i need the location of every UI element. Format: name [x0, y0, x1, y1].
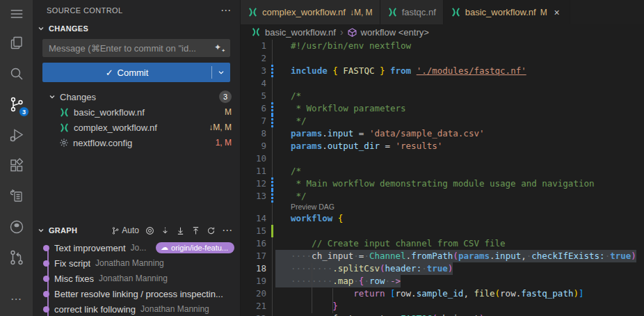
code-line-21[interactable]: 21 }	[241, 300, 644, 313]
code-line-1[interactable]: 1#!/usr/bin/env nextflow	[241, 40, 644, 52]
github-button[interactable]	[0, 212, 33, 242]
target-icon[interactable]	[145, 226, 154, 235]
commit-author: Jonathan Manning	[140, 304, 209, 314]
indent-guide	[312, 263, 312, 313]
code-line-16[interactable]: 16 // Create input channel from CSV file	[241, 237, 644, 250]
commit-row[interactable]: Text improvementJo...☁origin/ide-featu..…	[33, 240, 240, 255]
code-line-19[interactable]: 19········.map·{·row·->	[241, 275, 644, 287]
commit-message-input[interactable]	[42, 39, 230, 57]
extensions-button[interactable]	[0, 150, 33, 181]
pull-icon[interactable]	[176, 226, 185, 235]
line-content: params.output_dir = 'results'	[291, 140, 442, 152]
file-name: basic_workflow.nf	[74, 107, 220, 118]
line-number: 4	[241, 77, 272, 90]
commit-message: correct link following	[54, 304, 136, 315]
close-icon[interactable]: ×	[552, 7, 563, 18]
files-icon	[8, 35, 25, 52]
graph-more-button[interactable]: ⋯	[222, 224, 233, 237]
breadcrumb-symbol[interactable]: workflow <entry>	[361, 27, 429, 38]
code-line-9[interactable]: 9params.output_dir = 'results'	[241, 140, 644, 152]
generate-commit-message-icon[interactable]: ✦✦	[214, 42, 225, 54]
breadcrumb-separator: ›	[340, 26, 344, 38]
codelens-preview-dag[interactable]: Preview DAG	[241, 203, 644, 212]
breadcrumb-file[interactable]: basic_workflow.nf	[265, 27, 336, 38]
branch-ref-pill[interactable]: ☁origin/ide-featu...	[156, 242, 234, 253]
gutter-modified-marker	[271, 102, 273, 115]
file-status-badge: M	[225, 107, 232, 117]
activity-overflow-button[interactable]: ⋯	[10, 292, 22, 316]
commit-button[interactable]: ✓Commit	[42, 63, 230, 82]
file-status-badge: 1, M	[216, 138, 232, 148]
code-line-22[interactable]: 22 fastqc_out = FASTQC(ch_input)	[241, 313, 644, 316]
code-line-8[interactable]: 8params.input = 'data/sample_data.csv'	[241, 127, 644, 140]
commit-author: Jonathan Manning	[99, 274, 168, 283]
symbol-cube-icon	[348, 28, 357, 37]
commit-dot-icon	[43, 245, 49, 251]
code-line-4[interactable]: 4	[241, 77, 644, 90]
tab-basic_workflow.nf[interactable]: basic_workflow.nfM×	[444, 0, 570, 24]
chevron-down-icon[interactable]	[35, 225, 47, 236]
line-number: 1	[241, 40, 272, 52]
line-number: 13	[241, 190, 272, 203]
code-line-15[interactable]: 15	[241, 225, 644, 237]
graph-auto-toggle[interactable]: Auto	[111, 226, 139, 235]
commit-message: Better resolve linking / process inspect…	[54, 289, 223, 299]
code-line-10[interactable]: 10	[241, 152, 644, 165]
commit-row[interactable]: Better resolve linking / process inspect…	[33, 286, 240, 301]
run-debug-button[interactable]	[0, 120, 33, 150]
scm-badge: 3	[19, 106, 29, 117]
code-line-11[interactable]: 11/*	[241, 165, 644, 177]
changes-section-header[interactable]: CHANGES	[33, 21, 240, 36]
tab-complex_workflow.nf[interactable]: complex_workflow.nf↓M, M	[241, 0, 380, 24]
code-line-6[interactable]: 6 * Workflow parameters	[241, 102, 644, 115]
line-number: 20	[241, 287, 272, 300]
source-control-button[interactable]: 3	[0, 89, 33, 120]
commit-row[interactable]: Misc fixesJonathan Manning	[33, 271, 240, 286]
sidebar-title: SOURCE CONTROL	[47, 6, 220, 15]
line-number: 5	[241, 90, 272, 102]
chevron-down-icon	[216, 68, 226, 77]
code-line-20[interactable]: 20 return [row.sample_id, file(row.fastq…	[241, 287, 644, 300]
code-line-14[interactable]: 14workflow {	[241, 212, 644, 225]
commit-dot-icon	[43, 306, 49, 313]
file-row[interactable]: nextflow.config1, M	[33, 135, 240, 150]
search-button[interactable]	[0, 58, 33, 89]
refresh-icon[interactable]	[207, 226, 216, 235]
push-icon[interactable]	[191, 226, 200, 235]
activity-bar: 3 ⋯	[0, 0, 33, 316]
file-row[interactable]: complex_workflow.nf↓M, M	[33, 120, 240, 135]
commit-button-label: Commit	[118, 68, 149, 78]
code-line-12[interactable]: 12 * Main workflow demonstrating module …	[241, 177, 644, 190]
graph-auto-label: Auto	[122, 226, 139, 235]
line-number: 11	[241, 165, 272, 177]
line-content: ········.splitCsv(header:·true)	[275, 262, 453, 275]
file-row[interactable]: basic_workflow.nfM	[33, 104, 240, 120]
line-content: * Workflow parameters	[291, 102, 406, 115]
gear-icon	[59, 138, 69, 148]
line-number: 6	[241, 102, 272, 115]
code-line-2[interactable]: 2	[241, 52, 644, 65]
code-line-13[interactable]: 13 */	[241, 190, 644, 203]
explorer-button[interactable]	[0, 28, 33, 58]
file-name: nextflow.config	[73, 138, 211, 148]
pull-request-button[interactable]	[0, 242, 33, 273]
tab-fastqc.nf[interactable]: fastqc.nf	[380, 0, 444, 24]
code-line-7[interactable]: 7 */	[241, 115, 644, 127]
commit-row[interactable]: correct link followingJonathan Manning	[33, 301, 240, 316]
code-editor[interactable]: 1#!/usr/bin/env nextflow23include { FAST…	[241, 40, 644, 316]
fetch-icon[interactable]	[161, 226, 170, 235]
code-line-3[interactable]: 3include { FASTQC } from './modules/fast…	[241, 65, 644, 77]
document-sync-button[interactable]	[0, 181, 33, 212]
changes-tree-header[interactable]: Changes 3	[33, 89, 240, 104]
line-number: 21	[241, 300, 272, 313]
debug-icon	[8, 127, 25, 143]
code-line-5[interactable]: 5/*	[241, 90, 644, 102]
code-line-18[interactable]: 18········.splitCsv(header:·true)	[241, 262, 644, 275]
code-line-17[interactable]: 17····ch_input·=·Channel.fromPath(params…	[241, 250, 644, 262]
commit-dropdown-button[interactable]	[212, 68, 230, 77]
commit-row[interactable]: Fix scriptJonathan Manning	[33, 255, 240, 271]
line-content: ····ch_input·=·Channel.fromPath(params.i…	[275, 250, 636, 262]
changes-tree-label: Changes	[60, 92, 217, 102]
menu-button[interactable]	[0, 0, 33, 28]
sidebar-more-button[interactable]: ⋯	[220, 4, 232, 17]
